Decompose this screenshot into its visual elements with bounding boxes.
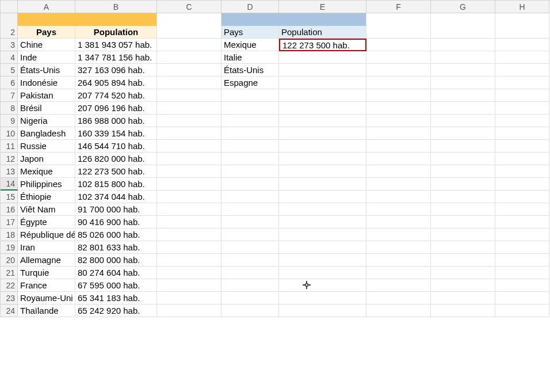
cell-C11[interactable] — [157, 140, 221, 153]
cell-C24[interactable] — [157, 305, 221, 317]
col-header-A[interactable]: A — [18, 1, 75, 13]
cell-E24[interactable] — [279, 305, 366, 317]
col-header-F[interactable]: F — [366, 1, 431, 13]
cell-A9[interactable]: Nigeria — [18, 115, 75, 127]
cell-H7[interactable] — [495, 89, 549, 102]
cell-F24[interactable] — [366, 305, 431, 317]
cell-C21[interactable] — [157, 267, 221, 279]
cell-H10[interactable] — [495, 127, 549, 140]
cell-B22[interactable]: 67 595 000 hab. — [75, 279, 157, 292]
cell-B12[interactable]: 126 820 000 hab. — [75, 153, 157, 165]
cell-D20[interactable] — [221, 254, 279, 267]
cell-F11[interactable] — [366, 140, 431, 153]
cell-B7[interactable]: 207 774 520 hab. — [75, 89, 157, 102]
cell-C6[interactable] — [157, 77, 221, 89]
cell-A12[interactable]: Japon — [18, 153, 75, 165]
cell-H2[interactable] — [495, 26, 549, 39]
row-header-15[interactable]: 15 — [1, 191, 18, 203]
cell-A13[interactable]: Mexique — [18, 165, 75, 178]
cell-G23[interactable] — [431, 292, 495, 305]
row-header-5[interactable]: 5 — [1, 64, 18, 77]
cell-F8[interactable] — [366, 102, 431, 115]
cell-H5[interactable] — [495, 64, 549, 77]
cell-C12[interactable] — [157, 153, 221, 165]
cell-F23[interactable] — [366, 292, 431, 305]
cell-E15[interactable] — [279, 191, 366, 203]
cell-B8[interactable]: 207 096 196 hab. — [75, 102, 157, 115]
cell-C17[interactable] — [157, 216, 221, 229]
cell-C23[interactable] — [157, 292, 221, 305]
cell-G4[interactable] — [431, 51, 495, 64]
cell-D15[interactable] — [221, 191, 279, 203]
row-header-12[interactable]: 12 — [1, 153, 18, 165]
cell-C19[interactable] — [157, 241, 221, 254]
cell-A23[interactable]: Royaume-Uni — [18, 292, 75, 305]
col-header-C[interactable]: C — [157, 1, 221, 13]
cell-B17[interactable]: 90 416 900 hab. — [75, 216, 157, 229]
cell-D24[interactable] — [221, 305, 279, 317]
cell-G19[interactable] — [431, 241, 495, 254]
row-header-6[interactable]: 6 — [1, 77, 18, 89]
cell-D10[interactable] — [221, 127, 279, 140]
cell-C8[interactable] — [157, 102, 221, 115]
cell-A15[interactable]: Éthiopie — [18, 191, 75, 203]
cell-H11[interactable] — [495, 140, 549, 153]
row-header-14[interactable]: 14 — [1, 178, 18, 191]
cell-D14[interactable] — [221, 178, 279, 191]
cell-F12[interactable] — [366, 153, 431, 165]
cell-D18[interactable] — [221, 229, 279, 241]
cell-F3[interactable] — [366, 39, 431, 51]
cell-E8[interactable] — [279, 102, 366, 115]
cell-H16[interactable] — [495, 203, 549, 216]
cell-E9[interactable] — [279, 115, 366, 127]
cell-E4[interactable] — [279, 51, 366, 64]
cell-C5[interactable] — [157, 64, 221, 77]
cell-C20[interactable] — [157, 254, 221, 267]
cell-E6[interactable] — [279, 77, 366, 89]
cell-C10[interactable] — [157, 127, 221, 140]
row-header-2[interactable]: 2 — [1, 26, 18, 39]
cell-G3[interactable] — [431, 39, 495, 51]
cell-B15[interactable]: 102 374 044 hab. — [75, 191, 157, 203]
cell-E22[interactable] — [279, 279, 366, 292]
cell-H12[interactable] — [495, 153, 549, 165]
cell-H22[interactable] — [495, 279, 549, 292]
cell-H4[interactable] — [495, 51, 549, 64]
cell-D13[interactable] — [221, 165, 279, 178]
cell-F13[interactable] — [366, 165, 431, 178]
cell-E19[interactable] — [279, 241, 366, 254]
cell-F9[interactable] — [366, 115, 431, 127]
cell-E13[interactable] — [279, 165, 366, 178]
cell-F17[interactable] — [366, 216, 431, 229]
row-header-13[interactable]: 13 — [1, 165, 18, 178]
cell-B10[interactable]: 160 339 154 hab. — [75, 127, 157, 140]
cell-H14[interactable] — [495, 178, 549, 191]
row-header-19[interactable]: 19 — [1, 241, 18, 254]
cell-B24[interactable]: 65 242 920 hab. — [75, 305, 157, 317]
row-header-24[interactable]: 24 — [1, 305, 18, 317]
cell-B6[interactable]: 264 905 894 hab. — [75, 77, 157, 89]
cell-D23[interactable] — [221, 292, 279, 305]
cell-H18[interactable] — [495, 229, 549, 241]
cell-G16[interactable] — [431, 203, 495, 216]
cell-F21[interactable] — [366, 267, 431, 279]
row-header-16[interactable]: 16 — [1, 203, 18, 216]
cell-D22[interactable] — [221, 279, 279, 292]
cell-B14[interactable]: 102 815 800 hab. — [75, 178, 157, 191]
cell-A6[interactable]: Indonésie — [18, 77, 75, 89]
cell-H17[interactable] — [495, 216, 549, 229]
cell-E12[interactable] — [279, 153, 366, 165]
cell-F14[interactable] — [366, 178, 431, 191]
cell-B3[interactable]: 1 381 943 057 hab. — [75, 39, 157, 51]
cell-G20[interactable] — [431, 254, 495, 267]
cell-B23[interactable]: 65 341 183 hab. — [75, 292, 157, 305]
cell-E5[interactable] — [279, 64, 366, 77]
row-header-10[interactable]: 10 — [1, 127, 18, 140]
cell-E23[interactable] — [279, 292, 366, 305]
cell-A21[interactable]: Turquie — [18, 267, 75, 279]
cell-A3[interactable]: Chine — [18, 39, 75, 51]
cell-G8[interactable] — [431, 102, 495, 115]
row-header-7[interactable]: 7 — [1, 89, 18, 102]
cell-F10[interactable] — [366, 127, 431, 140]
cell-C22[interactable] — [157, 279, 221, 292]
